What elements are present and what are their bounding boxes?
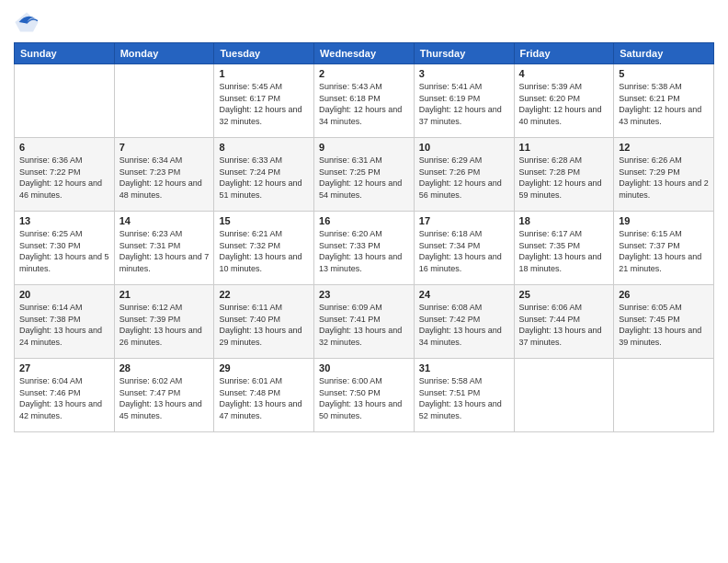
day-info: Sunrise: 6:15 AMSunset: 7:37 PMDaylight:… bbox=[619, 228, 709, 274]
calendar-week-row: 20Sunrise: 6:14 AMSunset: 7:38 PMDayligh… bbox=[15, 285, 714, 359]
day-info: Sunrise: 6:18 AMSunset: 7:34 PMDaylight:… bbox=[419, 228, 509, 274]
calendar-cell: 11Sunrise: 6:28 AMSunset: 7:28 PMDayligh… bbox=[514, 138, 614, 212]
day-number: 21 bbox=[119, 289, 210, 300]
calendar-cell: 26Sunrise: 6:05 AMSunset: 7:45 PMDayligh… bbox=[614, 285, 714, 359]
calendar-cell: 23Sunrise: 6:09 AMSunset: 7:41 PMDayligh… bbox=[314, 285, 415, 359]
calendar-cell: 10Sunrise: 6:29 AMSunset: 7:26 PMDayligh… bbox=[414, 138, 514, 212]
calendar-week-row: 1Sunrise: 5:45 AMSunset: 6:17 PMDaylight… bbox=[15, 64, 714, 138]
calendar-cell: 20Sunrise: 6:14 AMSunset: 7:38 PMDayligh… bbox=[15, 285, 115, 359]
calendar-cell: 12Sunrise: 6:26 AMSunset: 7:29 PMDayligh… bbox=[614, 138, 714, 212]
day-info: Sunrise: 6:02 AMSunset: 7:47 PMDaylight:… bbox=[119, 375, 210, 421]
logo-icon bbox=[14, 9, 40, 35]
day-info: Sunrise: 6:33 AMSunset: 7:24 PMDaylight:… bbox=[219, 155, 309, 201]
calendar-cell: 24Sunrise: 6:08 AMSunset: 7:42 PMDayligh… bbox=[414, 285, 514, 359]
weekday-header: Saturday bbox=[614, 43, 714, 64]
calendar-cell: 5Sunrise: 5:38 AMSunset: 6:21 PMDaylight… bbox=[614, 64, 714, 138]
day-number: 5 bbox=[619, 68, 709, 79]
day-info: Sunrise: 6:06 AMSunset: 7:44 PMDaylight:… bbox=[519, 302, 609, 348]
day-number: 24 bbox=[419, 289, 509, 300]
day-number: 25 bbox=[519, 289, 609, 300]
day-info: Sunrise: 5:39 AMSunset: 6:20 PMDaylight:… bbox=[519, 81, 609, 127]
day-number: 15 bbox=[219, 215, 309, 226]
weekday-header: Monday bbox=[114, 43, 214, 64]
calendar-table: SundayMondayTuesdayWednesdayThursdayFrid… bbox=[14, 42, 714, 432]
logo bbox=[14, 9, 43, 35]
day-number: 28 bbox=[119, 362, 210, 373]
day-number: 1 bbox=[219, 68, 309, 79]
day-number: 10 bbox=[419, 142, 509, 153]
day-info: Sunrise: 6:36 AMSunset: 7:22 PMDaylight:… bbox=[19, 155, 109, 201]
calendar-cell: 19Sunrise: 6:15 AMSunset: 7:37 PMDayligh… bbox=[614, 212, 714, 285]
day-info: Sunrise: 6:14 AMSunset: 7:38 PMDaylight:… bbox=[19, 302, 109, 348]
day-info: Sunrise: 6:21 AMSunset: 7:32 PMDaylight:… bbox=[219, 228, 309, 274]
calendar-cell bbox=[514, 359, 614, 432]
calendar-cell: 17Sunrise: 6:18 AMSunset: 7:34 PMDayligh… bbox=[414, 212, 514, 285]
day-number: 13 bbox=[19, 215, 109, 226]
calendar-cell: 8Sunrise: 6:33 AMSunset: 7:24 PMDaylight… bbox=[214, 138, 314, 212]
day-info: Sunrise: 6:08 AMSunset: 7:42 PMDaylight:… bbox=[419, 302, 509, 348]
calendar-cell bbox=[15, 64, 115, 138]
calendar-cell: 25Sunrise: 6:06 AMSunset: 7:44 PMDayligh… bbox=[514, 285, 614, 359]
day-info: Sunrise: 6:23 AMSunset: 7:31 PMDaylight:… bbox=[119, 228, 210, 274]
weekday-header: Tuesday bbox=[214, 43, 314, 64]
day-info: Sunrise: 5:41 AMSunset: 6:19 PMDaylight:… bbox=[419, 81, 509, 127]
page: SundayMondayTuesdayWednesdayThursdayFrid… bbox=[0, 0, 728, 563]
day-info: Sunrise: 6:31 AMSunset: 7:25 PMDaylight:… bbox=[319, 155, 409, 201]
day-number: 16 bbox=[319, 215, 409, 226]
day-number: 12 bbox=[619, 142, 709, 153]
calendar-cell: 27Sunrise: 6:04 AMSunset: 7:46 PMDayligh… bbox=[15, 359, 115, 432]
day-info: Sunrise: 6:28 AMSunset: 7:28 PMDaylight:… bbox=[519, 155, 609, 201]
day-number: 8 bbox=[219, 142, 309, 153]
day-info: Sunrise: 6:01 AMSunset: 7:48 PMDaylight:… bbox=[219, 375, 309, 421]
weekday-header: Thursday bbox=[414, 43, 514, 64]
calendar-cell: 21Sunrise: 6:12 AMSunset: 7:39 PMDayligh… bbox=[114, 285, 214, 359]
day-number: 20 bbox=[19, 289, 109, 300]
calendar-week-row: 27Sunrise: 6:04 AMSunset: 7:46 PMDayligh… bbox=[15, 359, 714, 432]
weekday-header: Wednesday bbox=[314, 43, 415, 64]
calendar-week-row: 6Sunrise: 6:36 AMSunset: 7:22 PMDaylight… bbox=[15, 138, 714, 212]
day-number: 14 bbox=[119, 215, 210, 226]
day-info: Sunrise: 6:05 AMSunset: 7:45 PMDaylight:… bbox=[619, 302, 709, 348]
calendar-cell: 13Sunrise: 6:25 AMSunset: 7:30 PMDayligh… bbox=[15, 212, 115, 285]
calendar-cell: 18Sunrise: 6:17 AMSunset: 7:35 PMDayligh… bbox=[514, 212, 614, 285]
calendar-cell: 22Sunrise: 6:11 AMSunset: 7:40 PMDayligh… bbox=[214, 285, 314, 359]
day-info: Sunrise: 6:29 AMSunset: 7:26 PMDaylight:… bbox=[419, 155, 509, 201]
header bbox=[14, 9, 714, 35]
calendar-cell: 4Sunrise: 5:39 AMSunset: 6:20 PMDaylight… bbox=[514, 64, 614, 138]
calendar-cell: 28Sunrise: 6:02 AMSunset: 7:47 PMDayligh… bbox=[114, 359, 214, 432]
day-number: 6 bbox=[19, 142, 109, 153]
day-number: 23 bbox=[319, 289, 409, 300]
calendar-cell bbox=[614, 359, 714, 432]
day-info: Sunrise: 5:43 AMSunset: 6:18 PMDaylight:… bbox=[319, 81, 409, 127]
calendar-cell: 1Sunrise: 5:45 AMSunset: 6:17 PMDaylight… bbox=[214, 64, 314, 138]
calendar-cell: 14Sunrise: 6:23 AMSunset: 7:31 PMDayligh… bbox=[114, 212, 214, 285]
day-number: 11 bbox=[519, 142, 609, 153]
calendar-cell: 31Sunrise: 5:58 AMSunset: 7:51 PMDayligh… bbox=[414, 359, 514, 432]
calendar-cell: 2Sunrise: 5:43 AMSunset: 6:18 PMDaylight… bbox=[314, 64, 415, 138]
calendar-cell: 6Sunrise: 6:36 AMSunset: 7:22 PMDaylight… bbox=[15, 138, 115, 212]
day-info: Sunrise: 6:11 AMSunset: 7:40 PMDaylight:… bbox=[219, 302, 309, 348]
calendar-cell: 16Sunrise: 6:20 AMSunset: 7:33 PMDayligh… bbox=[314, 212, 415, 285]
calendar-cell: 29Sunrise: 6:01 AMSunset: 7:48 PMDayligh… bbox=[214, 359, 314, 432]
day-number: 19 bbox=[619, 215, 709, 226]
day-info: Sunrise: 6:09 AMSunset: 7:41 PMDaylight:… bbox=[319, 302, 409, 348]
day-info: Sunrise: 5:58 AMSunset: 7:51 PMDaylight:… bbox=[419, 375, 509, 421]
calendar-cell bbox=[114, 64, 214, 138]
day-info: Sunrise: 6:34 AMSunset: 7:23 PMDaylight:… bbox=[119, 155, 210, 201]
day-number: 17 bbox=[419, 215, 509, 226]
day-number: 2 bbox=[319, 68, 409, 79]
day-number: 7 bbox=[119, 142, 210, 153]
day-number: 18 bbox=[519, 215, 609, 226]
day-info: Sunrise: 6:00 AMSunset: 7:50 PMDaylight:… bbox=[319, 375, 409, 421]
weekday-header: Friday bbox=[514, 43, 614, 64]
day-number: 22 bbox=[219, 289, 309, 300]
day-number: 27 bbox=[19, 362, 109, 373]
day-number: 4 bbox=[519, 68, 609, 79]
day-number: 9 bbox=[319, 142, 409, 153]
weekday-header: Sunday bbox=[15, 43, 115, 64]
day-info: Sunrise: 6:04 AMSunset: 7:46 PMDaylight:… bbox=[19, 375, 109, 421]
day-info: Sunrise: 6:25 AMSunset: 7:30 PMDaylight:… bbox=[19, 228, 109, 274]
calendar-cell: 15Sunrise: 6:21 AMSunset: 7:32 PMDayligh… bbox=[214, 212, 314, 285]
day-info: Sunrise: 6:26 AMSunset: 7:29 PMDaylight:… bbox=[619, 155, 709, 201]
calendar-cell: 3Sunrise: 5:41 AMSunset: 6:19 PMDaylight… bbox=[414, 64, 514, 138]
